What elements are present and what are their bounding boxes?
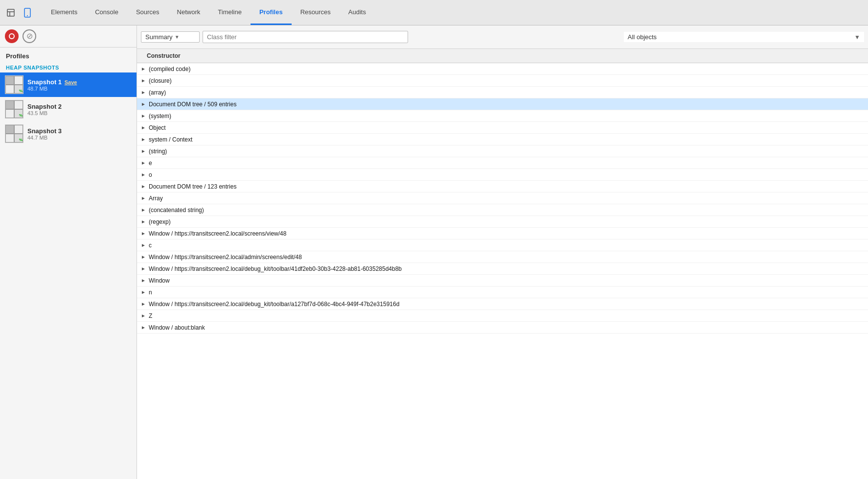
row-constructor-text: n — [149, 289, 152, 296]
snapshot-name-1: Snapshot 1 Save — [27, 78, 77, 86]
main-layout: ⊘ Profiles HEAP SNAPSHOTS % Snapshot 1 S… — [0, 25, 868, 479]
snapshot-item-3[interactable]: % Snapshot 3 44.7 MB — [0, 121, 137, 146]
table-row[interactable]: ►(concatenated string) — [137, 204, 868, 216]
snapshot-icon-1: % — [5, 75, 23, 94]
row-constructor-text: Window / https://transitscreen2.local/de… — [149, 301, 399, 308]
table-row[interactable]: ►(closure) — [137, 75, 868, 87]
row-constructor-text: Document DOM tree / 123 entries — [149, 183, 236, 190]
table-row[interactable]: ►Window / https://transitscreen2.local/s… — [137, 228, 868, 240]
svg-rect-0 — [7, 9, 14, 16]
expand-arrow[interactable]: ► — [141, 195, 148, 202]
expand-arrow[interactable]: ► — [141, 89, 148, 96]
tab-resources[interactable]: Resources — [292, 0, 340, 25]
table-row[interactable]: ►Window / https://transitscreen2.local/d… — [137, 298, 868, 310]
snapshot-item-2[interactable]: % Snapshot 2 43.5 MB — [0, 97, 137, 121]
all-objects-dropdown[interactable]: All objects ▼ — [624, 32, 864, 42]
table-row[interactable]: ►c — [137, 240, 868, 251]
expand-arrow[interactable]: ► — [141, 148, 148, 155]
expand-arrow[interactable]: ► — [141, 289, 148, 296]
row-constructor-text: Object — [149, 124, 166, 131]
row-constructor-text: (concatenated string) — [149, 207, 204, 214]
snapshot-size-2: 43.5 MB — [27, 110, 62, 116]
tab-timeline[interactable]: Timeline — [209, 0, 251, 25]
row-constructor-text: (regexp) — [149, 218, 171, 225]
table-row[interactable]: ►(regexp) — [137, 216, 868, 228]
snapshot-icon-3: % — [5, 124, 23, 143]
row-constructor-text: (array) — [149, 89, 166, 96]
table-row[interactable]: ►Window / about:blank — [137, 322, 868, 334]
expand-arrow[interactable]: ► — [141, 324, 148, 331]
table-row[interactable]: ►Array — [137, 192, 868, 204]
expand-arrow[interactable]: ► — [141, 301, 148, 308]
row-constructor-text: Window — [149, 277, 170, 284]
table-header: Constructor — [137, 49, 868, 63]
nav-icons — [4, 6, 34, 20]
table-row[interactable]: ►Window — [137, 275, 868, 287]
snapshot-size-1: 48.7 MB — [27, 86, 77, 92]
tab-network[interactable]: Network — [168, 0, 209, 25]
row-constructor-text: Array — [149, 195, 163, 202]
expand-arrow[interactable]: ► — [141, 277, 148, 284]
tab-profiles[interactable]: Profiles — [251, 0, 292, 25]
table-row[interactable]: ►o — [137, 169, 868, 181]
table-row[interactable]: ►(system) — [137, 110, 868, 122]
table-row[interactable]: ►e — [137, 157, 868, 169]
table-row[interactable]: ►Object — [137, 122, 868, 134]
expand-arrow[interactable]: ► — [141, 160, 148, 167]
mobile-icon[interactable] — [21, 6, 34, 20]
tab-sources[interactable]: Sources — [127, 0, 168, 25]
row-constructor-text: Window / about:blank — [149, 324, 205, 331]
row-constructor-text: Window / https://transitscreen2.local/sc… — [149, 230, 286, 237]
expand-arrow[interactable]: ► — [141, 113, 148, 120]
summary-dropdown[interactable]: Summary ▼ — [141, 31, 200, 43]
class-filter-input[interactable] — [203, 31, 408, 43]
heap-snapshots-label: HEAP SNAPSHOTS — [0, 62, 137, 72]
row-constructor-text: (closure) — [149, 77, 172, 84]
snapshot-info-2: Snapshot 2 43.5 MB — [27, 103, 62, 116]
tab-elements[interactable]: Elements — [42, 0, 86, 25]
snapshot-info-3: Snapshot 3 44.7 MB — [27, 127, 62, 141]
tab-audits[interactable]: Audits — [340, 0, 375, 25]
table-row[interactable]: ►n — [137, 287, 868, 298]
row-constructor-text: Window / https://transitscreen2.local/ad… — [149, 254, 302, 261]
table-row[interactable]: ►Document DOM tree / 123 entries — [137, 181, 868, 192]
expand-arrow[interactable]: ► — [141, 312, 148, 319]
expand-arrow[interactable]: ► — [141, 265, 148, 272]
table-body: ►(compiled code)►(closure)►(array)►Docum… — [137, 63, 868, 334]
row-constructor-text: c — [149, 242, 152, 249]
table-row[interactable]: ►Window / https://transitscreen2.local/a… — [137, 251, 868, 263]
expand-arrow[interactable]: ► — [141, 66, 148, 72]
table-row[interactable]: ►Z — [137, 310, 868, 322]
expand-arrow[interactable]: ► — [141, 207, 148, 214]
expand-arrow[interactable]: ► — [141, 171, 148, 178]
tab-console[interactable]: Console — [86, 0, 127, 25]
clear-icon: ⊘ — [26, 32, 33, 40]
table-row[interactable]: ►Document DOM tree / 509 entries — [137, 98, 868, 110]
expand-arrow[interactable]: ► — [141, 218, 148, 225]
expand-arrow[interactable]: ► — [141, 242, 148, 249]
table-row[interactable]: ►system / Context — [137, 134, 868, 145]
table-container[interactable]: Constructor ►(compiled code)►(closure)►(… — [137, 49, 868, 479]
sidebar: ⊘ Profiles HEAP SNAPSHOTS % Snapshot 1 S… — [0, 25, 137, 479]
table-row[interactable]: ►(compiled code) — [137, 63, 868, 75]
expand-arrow[interactable]: ► — [141, 77, 148, 84]
expand-arrow[interactable]: ► — [141, 124, 148, 131]
constructor-header: Constructor — [137, 51, 868, 61]
snapshot-save-1[interactable]: Save — [65, 79, 77, 85]
table-row[interactable]: ►(string) — [137, 145, 868, 157]
expand-arrow[interactable]: ► — [141, 230, 148, 237]
expand-arrow[interactable]: ► — [141, 136, 148, 143]
expand-arrow[interactable]: ► — [141, 254, 148, 261]
inspect-icon[interactable] — [4, 6, 18, 20]
row-constructor-text: e — [149, 160, 152, 167]
snapshot-item-1[interactable]: % Snapshot 1 Save 48.7 MB — [0, 72, 137, 97]
record-button[interactable] — [5, 29, 19, 43]
expand-arrow[interactable]: ► — [141, 101, 148, 108]
row-constructor-text: (compiled code) — [149, 66, 190, 72]
sidebar-toolbar: ⊘ — [0, 25, 137, 48]
table-row[interactable]: ►Window / https://transitscreen2.local/d… — [137, 263, 868, 275]
clear-button[interactable]: ⊘ — [23, 29, 36, 43]
expand-arrow[interactable]: ► — [141, 183, 148, 190]
content-toolbar: Summary ▼ All objects ▼ — [137, 25, 868, 49]
table-row[interactable]: ►(array) — [137, 87, 868, 98]
